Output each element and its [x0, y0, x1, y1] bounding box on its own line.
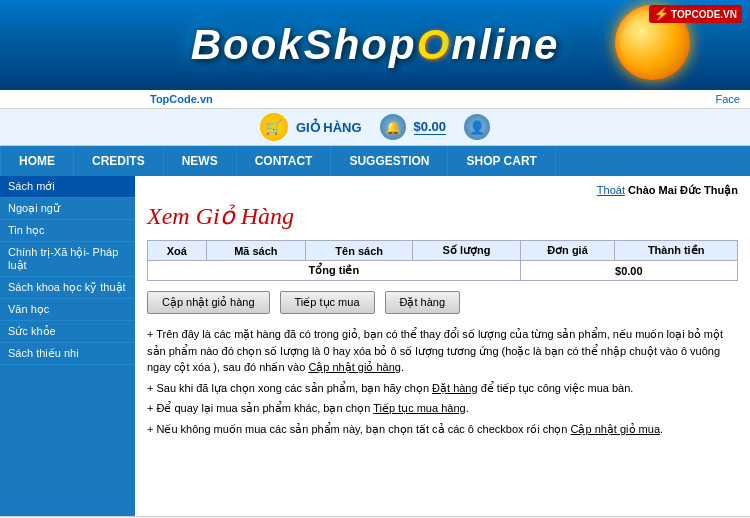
page-title: Xem Giỏ Hàng: [147, 202, 738, 230]
sidebar: Sách mớiNgoại ngữTin họcChính trị-Xã hội…: [0, 176, 135, 516]
username-display: Chào Mai Đức Thuận: [628, 184, 738, 197]
sidebar-item-suc-khoe[interactable]: Sức khỏe: [0, 321, 135, 343]
cart-col-xoá: Xoá: [148, 241, 207, 261]
sidebar-item-khoa-hoc[interactable]: Sách khoa học kỹ thuật: [0, 277, 135, 299]
nav-item-shop-cart[interactable]: SHOP CART: [448, 146, 555, 176]
content-area: Thoát Chào Mai Đức Thuận Xem Giỏ Hàng Xo…: [135, 176, 750, 516]
logo-main: BookShopOnline: [191, 21, 560, 68]
update-cart-button[interactable]: Cập nhật giỏ hàng: [147, 291, 270, 314]
sidebar-item-thieu-nhi[interactable]: Sách thiếu nhi: [0, 343, 135, 365]
info-paragraph: + Trên đây là các mặt hàng đã có trong g…: [147, 326, 738, 376]
bell-icon: 🔔: [380, 114, 406, 140]
cart-col-mã-sách: Mã sách: [206, 241, 306, 261]
sidebar-item-sach-moi[interactable]: Sách mới: [0, 176, 135, 198]
cart-total-label: Tổng tiền: [148, 261, 521, 281]
cartbar-label: GIỎ HÀNG: [296, 120, 362, 135]
nav-item-credits[interactable]: CREDITS: [74, 146, 164, 176]
cart-table-header: XoáMã sáchTên sáchSố lượngĐơn giáThành t…: [148, 241, 738, 261]
topcode-link[interactable]: TopCode.vn: [150, 93, 213, 105]
nav-item-home[interactable]: HOME: [0, 146, 74, 176]
cart-total-row: Tổng tiền $0.00: [148, 261, 738, 281]
cart-col-thành-tiền: Thành tiền: [615, 241, 738, 261]
info-paragraph: + Sau khi đã lựa chọn xong các sản phẩm,…: [147, 380, 738, 397]
bolt-icon: ⚡: [654, 7, 669, 21]
cart-col-số-lượng: Số lượng: [413, 241, 520, 261]
logoutbar: Thoát Chào Mai Đức Thuận: [147, 184, 738, 197]
info-paragraph: + Nếu không muốn mua các sản phẩm này, b…: [147, 421, 738, 438]
sidebar-item-ngoai-ngu[interactable]: Ngoại ngữ: [0, 198, 135, 220]
sidebar-item-chinh-tri[interactable]: Chính trị-Xã hội- Pháp luật: [0, 242, 135, 277]
face-link[interactable]: Face: [716, 93, 740, 105]
order-button[interactable]: Đặt hàng: [385, 291, 461, 314]
user-icon: 👤: [464, 114, 490, 140]
main-layout: Sách mớiNgoại ngữTin họcChính trị-Xã hội…: [0, 176, 750, 516]
cartbar: 🛒 GIỎ HÀNG 🔔 $0.00 👤: [0, 109, 750, 146]
cartbar-amount[interactable]: $0.00: [414, 119, 447, 135]
sidebar-item-van-hoc[interactable]: Văn học: [0, 299, 135, 321]
sidebar-item-tin-hoc[interactable]: Tin học: [0, 220, 135, 242]
nav-item-contact[interactable]: CONTACT: [237, 146, 332, 176]
subheader: TopCode.vn Face: [0, 90, 750, 109]
cart-col-đơn-giá: Đơn giá: [520, 241, 615, 261]
cart-table: XoáMã sáchTên sáchSố lượngĐơn giáThành t…: [147, 240, 738, 281]
topcode-badge: ⚡ TOPCODE.VN: [649, 5, 742, 23]
cart-actions: Cập nhật giỏ hàngTiếp tục muaĐặt hàng: [147, 291, 738, 314]
info-section: + Trên đây là các mặt hàng đã có trong g…: [147, 326, 738, 437]
nav-item-news[interactable]: NEWS: [164, 146, 237, 176]
continue-button[interactable]: Tiếp tục mua: [280, 291, 375, 314]
header: BookShopOnline ⚡ TOPCODE.VN: [0, 0, 750, 90]
cart-basket-icon: 🛒: [260, 113, 288, 141]
logout-link[interactable]: Thoát: [597, 184, 625, 197]
cart-total-value: $0.00: [520, 261, 737, 281]
logo: BookShopOnline: [191, 21, 560, 69]
navbar: HOMECREDITSNEWSCONTACTSUGGESTIONSHOP CAR…: [0, 146, 750, 176]
info-paragraph: + Để quay lại mua sản phẩm khác, bạn chọ…: [147, 400, 738, 417]
cart-col-tên-sách: Tên sách: [306, 241, 413, 261]
nav-item-suggestion[interactable]: SUGGESTION: [331, 146, 448, 176]
